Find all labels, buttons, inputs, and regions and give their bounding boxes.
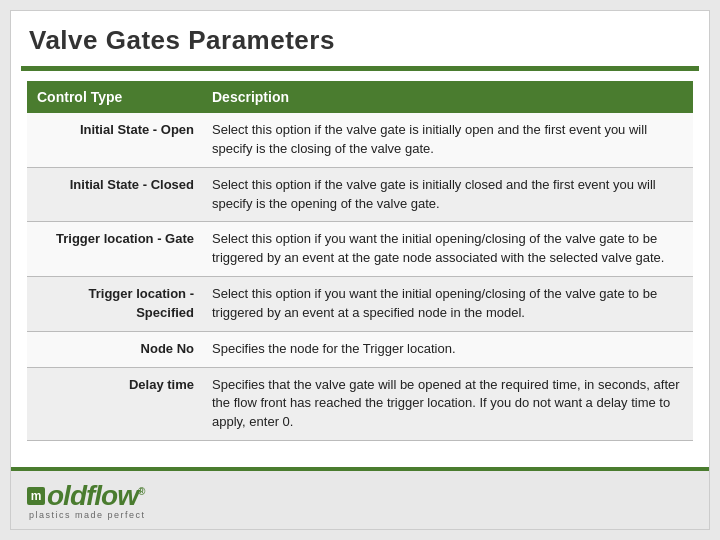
table-body: Initial State - OpenSelect this option i…	[27, 113, 693, 441]
cell-control-type: Delay time	[27, 367, 202, 441]
logo-main: m oldflow®	[27, 480, 144, 512]
logo-container: m oldflow® plastics made perfect	[27, 480, 146, 520]
cell-control-type: Initial State - Open	[27, 113, 202, 167]
cell-control-type: Trigger location - Gate	[27, 222, 202, 277]
cell-description: Select this option if the valve gate is …	[202, 167, 693, 222]
cell-control-type: Initial State - Closed	[27, 167, 202, 222]
table-row: Trigger location - GateSelect this optio…	[27, 222, 693, 277]
logo-tagline: plastics made perfect	[27, 510, 146, 520]
header-description: Description	[202, 81, 693, 113]
table-row: Node NoSpecifies the node for the Trigge…	[27, 331, 693, 367]
table-row: Initial State - OpenSelect this option i…	[27, 113, 693, 167]
table-row: Delay timeSpecifies that the valve gate …	[27, 367, 693, 441]
cell-description: Select this option if you want the initi…	[202, 222, 693, 277]
cell-description: Select this option if you want the initi…	[202, 277, 693, 332]
title-bar: Valve Gates Parameters	[11, 11, 709, 66]
cell-description: Specifies the node for the Trigger locat…	[202, 331, 693, 367]
parameters-table: Control Type Description Initial State -…	[27, 81, 693, 441]
footer: m oldflow® plastics made perfect	[11, 467, 709, 529]
page-title: Valve Gates Parameters	[29, 25, 335, 55]
cell-control-type: Node No	[27, 331, 202, 367]
logo-text: oldflow®	[47, 480, 144, 512]
table-row: Trigger location - SpecifiedSelect this …	[27, 277, 693, 332]
header-control-type: Control Type	[27, 81, 202, 113]
cell-description: Select this option if the valve gate is …	[202, 113, 693, 167]
logo-icon: m	[27, 487, 45, 505]
cell-control-type: Trigger location - Specified	[27, 277, 202, 332]
cell-description: Specifies that the valve gate will be op…	[202, 367, 693, 441]
table-row: Initial State - ClosedSelect this option…	[27, 167, 693, 222]
table-header-row: Control Type Description	[27, 81, 693, 113]
page-container: Valve Gates Parameters Control Type Desc…	[10, 10, 710, 530]
table-wrapper: Control Type Description Initial State -…	[11, 71, 709, 467]
